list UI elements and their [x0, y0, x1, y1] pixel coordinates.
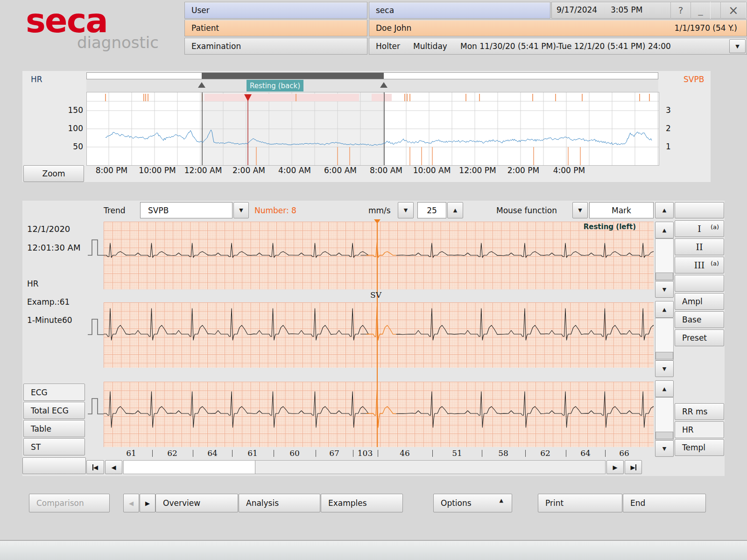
beat-separator	[152, 450, 153, 457]
user-value-cell: seca	[369, 2, 550, 19]
trend-y-tick: 100	[48, 124, 83, 133]
sv-beat-label: SV	[370, 290, 381, 300]
mouse-function-up-button[interactable]: ▲	[655, 202, 674, 218]
strip-scroll-down-button[interactable]: ▼	[655, 281, 674, 298]
strip-scroll-up-button[interactable]: ▲	[655, 222, 674, 238]
tab-label: Total ECG	[31, 406, 69, 415]
minimize-button[interactable]: _	[691, 2, 711, 19]
help-button[interactable]: ?	[670, 2, 691, 19]
beat-separator	[566, 450, 566, 457]
selection-start-handle[interactable]	[198, 82, 205, 88]
beat-separator	[605, 450, 606, 457]
scroll-left-button[interactable]: ◀	[105, 460, 122, 474]
strip-scroll-thumb[interactable]	[655, 352, 673, 359]
strip-scroll-thumb[interactable]	[655, 273, 673, 280]
overview-button[interactable]: Overview	[155, 494, 238, 512]
zoom-button[interactable]: Zoom	[23, 165, 84, 182]
arrow-right-icon: ▶	[631, 464, 635, 470]
resting-left-label: Resting (left)	[560, 223, 636, 231]
trend-overview-scrollbar[interactable]	[86, 72, 658, 79]
print-button[interactable]: Print	[538, 494, 622, 512]
lead-label: I	[698, 224, 701, 234]
speed-value: 25	[427, 206, 437, 215]
strip-scroll-down-button[interactable]: ▼	[655, 440, 674, 457]
button-rr-ms[interactable]: RR ms	[675, 403, 724, 420]
speed-value-box[interactable]: 25	[417, 202, 446, 218]
trend-select[interactable]: SVPB	[140, 202, 233, 218]
trend-plot[interactable]	[86, 92, 659, 166]
sv-cursor-marker-icon	[374, 219, 381, 224]
button-templ[interactable]: Templ	[675, 439, 724, 456]
button-ampl[interactable]: Ampl	[675, 293, 724, 310]
comparison-label: Comparison	[36, 498, 84, 508]
lead-button-iii[interactable]: III(a)	[675, 257, 724, 273]
button-label: Base	[682, 315, 701, 324]
ecg-strip-1[interactable]	[104, 222, 654, 289]
end-button[interactable]: End	[623, 494, 706, 512]
beat-separator	[316, 450, 316, 457]
h-scrollbar-track[interactable]	[123, 460, 606, 474]
beat-hr-value: 46	[400, 448, 410, 458]
hr-info-label: HR	[27, 279, 39, 288]
ecg-strip-3[interactable]	[104, 382, 654, 447]
trend-x-tick: 6:00 AM	[319, 166, 361, 175]
selection-end-handle[interactable]	[380, 82, 388, 88]
tab-table[interactable]: Table	[23, 420, 85, 437]
lead-button-i[interactable]: I(a)	[675, 220, 724, 237]
chevron-down-icon: ▼	[578, 208, 582, 213]
button-preset[interactable]: Preset	[675, 329, 724, 346]
logo-sub: diagnostic	[77, 33, 166, 52]
hr-trend-chart	[87, 92, 659, 165]
tab-st[interactable]: ST	[23, 438, 85, 455]
scroll-right-button[interactable]: ▶	[606, 460, 624, 474]
trend-select-dropdown[interactable]: ▼	[233, 202, 249, 218]
trend-scrollbar-range[interactable]	[202, 73, 384, 79]
tab-label: ST	[31, 442, 41, 452]
scroll-last-button[interactable]: ▶	[625, 460, 642, 474]
lead-button-ii[interactable]: II	[675, 238, 724, 255]
speed-unit-dropdown[interactable]: ▼	[398, 202, 414, 218]
h-scrollbar-thumb[interactable]	[124, 461, 255, 474]
tab-total-ecg[interactable]: Total ECG	[23, 402, 85, 419]
mouse-function-dropdown[interactable]: ▼	[572, 202, 588, 218]
chevron-up-icon: ▲	[453, 208, 457, 213]
calibration-pulse-icon	[87, 235, 105, 258]
trend-x-tick: 4:00 AM	[274, 166, 316, 175]
analysis-label: Analysis	[246, 498, 279, 508]
close-button[interactable]: ×	[720, 2, 747, 19]
calibration-pulse-icon	[87, 314, 105, 337]
button-base[interactable]: Base	[675, 311, 724, 328]
options-button[interactable]: Options ▲	[433, 494, 512, 512]
sv-cursor-line	[377, 219, 378, 447]
application-window: seca diagnostic User seca 9/17/2024 3:05…	[0, 0, 747, 560]
speed-up-button[interactable]: ▲	[447, 202, 463, 218]
chevron-down-icon: ▼	[662, 446, 666, 451]
exam-label-cell: Examination	[184, 38, 367, 55]
scroll-first-button[interactable]: ◀	[86, 460, 104, 474]
minute-hr-value: 60	[62, 315, 72, 325]
strip-scroll-up-button[interactable]: ▲	[655, 301, 674, 318]
beat-hr-value: 51	[452, 448, 462, 458]
button-label: Ampl	[682, 297, 703, 306]
exam-dropdown-button[interactable]: ▼	[729, 39, 746, 53]
trend-x-tick: 10:00 AM	[411, 166, 453, 175]
button-hr[interactable]: HR	[675, 421, 724, 438]
ecg-strip-2[interactable]	[104, 302, 654, 368]
options-label: Options	[441, 498, 472, 508]
mouse-function-value-box[interactable]: Mark	[589, 202, 654, 218]
current-date: 9/17/2024	[557, 5, 597, 14]
analysis-button[interactable]: Analysis	[239, 494, 320, 512]
strip-scroll-up-button[interactable]: ▲	[655, 380, 674, 397]
strip-scroll-down-button[interactable]: ▼	[655, 360, 674, 377]
tab-label: Table	[31, 424, 51, 434]
arrow-left-icon: ◀	[93, 464, 98, 470]
beat-hr-value: 60	[289, 448, 300, 458]
lead-empty-button	[675, 275, 724, 292]
page-next-button[interactable]: ▶	[140, 494, 155, 512]
beat-hr-value: 61	[247, 448, 258, 458]
strip-scroll-thumb[interactable]	[655, 432, 673, 439]
examples-button[interactable]: Examples	[321, 494, 403, 512]
tab-ecg[interactable]: ECG	[23, 384, 85, 401]
ecg-waveform	[104, 382, 654, 447]
status-bar	[0, 541, 747, 560]
